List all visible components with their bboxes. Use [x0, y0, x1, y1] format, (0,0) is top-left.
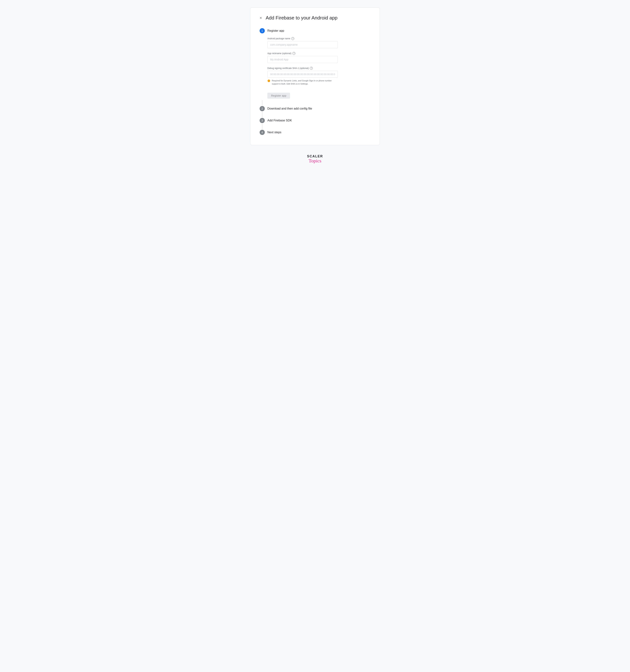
sha-input[interactable]	[268, 71, 338, 78]
step-4-title: Next steps	[268, 131, 281, 134]
connector-3-4	[262, 124, 262, 129]
step-1-header[interactable]: 1 Register app	[259, 27, 371, 34]
package-name-help-icon[interactable]: ?	[291, 37, 294, 40]
step-3: 3 Add Firebase SDK	[259, 117, 371, 124]
dialog-header: × Add Firebase to your Android app	[259, 15, 371, 21]
connector-2-3	[262, 112, 262, 117]
close-button[interactable]: ×	[259, 16, 262, 20]
info-warning-icon	[268, 79, 270, 82]
step-4-header[interactable]: 4 Next steps	[259, 129, 371, 136]
step-2-number: 2	[259, 106, 265, 111]
sha-field: Debug signing certificate SHA-1 (optiona…	[268, 67, 371, 85]
connector-1-2	[262, 100, 262, 105]
step-4: 4 Next steps	[259, 129, 371, 136]
package-name-field: Android package name ?	[268, 37, 371, 48]
register-app-button[interactable]: Register app	[268, 93, 290, 99]
nickname-help-icon[interactable]: ?	[293, 52, 295, 55]
step-3-header[interactable]: 3 Add Firebase SDK	[259, 117, 371, 124]
step-2-header[interactable]: 2 Download and then add config file	[259, 105, 371, 112]
step-1-number: 1	[259, 28, 265, 33]
step-3-title: Add Firebase SDK	[268, 119, 292, 122]
topics-text: Topics	[309, 158, 322, 164]
nickname-field: App nickname (optional) ?	[268, 52, 371, 63]
branding: SCALER Topics	[307, 154, 323, 164]
package-name-label: Android package name ?	[268, 37, 371, 40]
sha-info-box: Required for Dynamic Links, and Google S…	[268, 79, 338, 85]
step-3-number: 3	[259, 118, 265, 123]
nickname-label: App nickname (optional) ?	[268, 52, 371, 55]
package-name-input[interactable]	[268, 41, 338, 48]
steps-list: 1 Register app Android package name ? Ap…	[259, 27, 371, 136]
step-2-title: Download and then add config file	[268, 107, 312, 110]
step-2: 2 Download and then add config file	[259, 105, 371, 112]
sha-help-icon[interactable]: ?	[310, 67, 313, 70]
step-1-content: Android package name ? App nickname (opt…	[268, 37, 371, 99]
dialog-title: Add Firebase to your Android app	[266, 15, 337, 21]
sha-label: Debug signing certificate SHA-1 (optiona…	[268, 67, 371, 70]
step-4-number: 4	[259, 130, 265, 135]
step-1-title: Register app	[268, 29, 284, 32]
step-1: 1 Register app Android package name ? Ap…	[259, 27, 371, 100]
nickname-input[interactable]	[268, 56, 338, 63]
sha-info-text: Required for Dynamic Links, and Google S…	[272, 79, 338, 85]
scaler-text: SCALER	[307, 154, 323, 158]
firebase-dialog: × Add Firebase to your Android app 1 Reg…	[250, 7, 380, 145]
